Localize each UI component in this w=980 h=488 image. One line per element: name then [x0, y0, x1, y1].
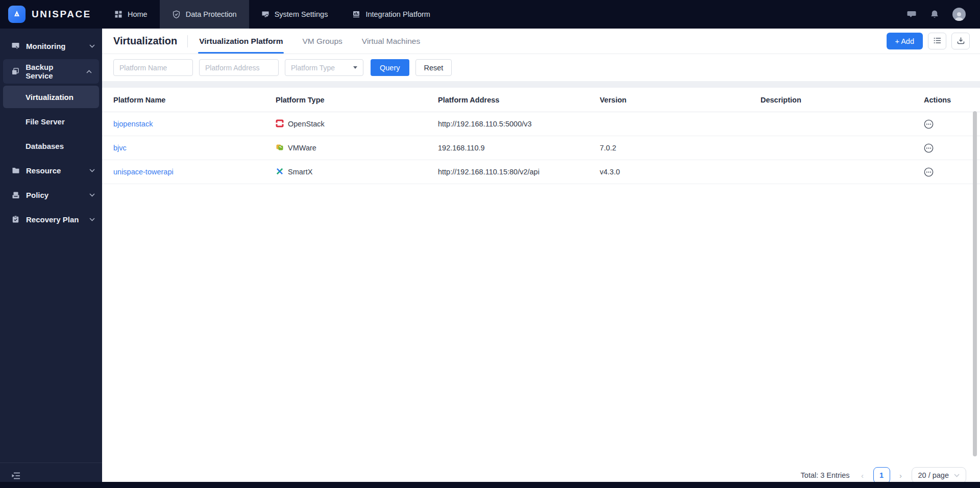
- platform-name-input[interactable]: [113, 59, 193, 76]
- reset-button[interactable]: Reset: [415, 59, 452, 76]
- topnav-item-label: System Settings: [275, 10, 328, 18]
- sidebar-item-recovery-plan[interactable]: Recovery Plan: [0, 208, 102, 230]
- bell-icon[interactable]: [930, 10, 939, 19]
- sidebar-item-databases[interactable]: Databases: [3, 135, 99, 157]
- sidebar-item-label: Backup Service: [26, 63, 80, 80]
- smartx-icon: [276, 167, 284, 177]
- top-navbar: UNISPACE Home Data Protection System Set…: [0, 0, 980, 29]
- main-content: Virtualization Virtualization Platform V…: [102, 29, 980, 488]
- topnav-item-home[interactable]: Home: [102, 0, 160, 29]
- sidebar-item-resource[interactable]: Resource: [0, 159, 102, 182]
- page-number-button[interactable]: 1: [873, 467, 890, 483]
- chevron-up-icon: [86, 70, 92, 73]
- brand-name: UNISPACE: [32, 9, 91, 20]
- folder-icon: [11, 167, 20, 174]
- download-button[interactable]: [951, 33, 970, 49]
- table-row: bjopenstack OpenStack http://192.168.110…: [102, 112, 980, 136]
- header-actions: + Add: [887, 33, 970, 49]
- table-row: unispace-towerapi SmartX http://192.168.…: [102, 160, 980, 184]
- col-platform-type: Platform Type: [276, 96, 438, 104]
- filter-bar: Platform Type Query Reset: [102, 54, 980, 81]
- integration-chart-icon: [352, 10, 360, 18]
- version-cell: 7.0.2: [600, 144, 761, 152]
- platform-name-link[interactable]: bjopenstack: [113, 120, 153, 128]
- shield-check-icon: [172, 10, 181, 19]
- tab-virtual-machines[interactable]: Virtual Machines: [361, 29, 421, 54]
- platform-address-input[interactable]: [199, 59, 279, 76]
- platform-type-placeholder: Platform Type: [291, 64, 335, 72]
- sidebar-item-virtualization[interactable]: Virtualization: [3, 86, 99, 108]
- platform-name-link[interactable]: bjvc: [113, 144, 127, 152]
- pagination: Total: 3 Entries ‹ 1 › 20 / page: [102, 467, 980, 483]
- platform-type-label: SmartX: [288, 168, 312, 176]
- row-actions-more-icon[interactable]: [924, 167, 934, 177]
- top-nav-items: Home Data Protection System Settings Int…: [102, 0, 443, 29]
- tab-vm-groups[interactable]: VM Groups: [301, 29, 343, 54]
- sidebar-item-label: Databases: [26, 142, 64, 150]
- page-size-select[interactable]: 20 / page: [912, 467, 966, 483]
- brand: UNISPACE: [0, 0, 102, 29]
- chevron-down-icon: [89, 193, 95, 197]
- tab-label: Virtualization Platform: [199, 37, 283, 46]
- vertical-scrollbar[interactable]: [973, 111, 977, 456]
- topnav-item-label: Data Protection: [186, 10, 237, 18]
- sidebar: Monitoring Backup Service Virtualiz: [0, 29, 102, 488]
- platform-type-select[interactable]: Platform Type: [285, 59, 363, 76]
- page-header: Virtualization Virtualization Platform V…: [102, 29, 980, 54]
- user-avatar[interactable]: [952, 8, 966, 21]
- next-page-icon[interactable]: ›: [897, 471, 904, 480]
- col-description: Description: [761, 96, 909, 104]
- add-button[interactable]: + Add: [887, 33, 923, 49]
- header-divider: [187, 35, 188, 47]
- topnav-item-system-settings[interactable]: System Settings: [249, 0, 340, 29]
- openstack-icon: [276, 119, 284, 129]
- chevron-down-icon: [89, 218, 95, 221]
- mountain-logo-icon: [8, 6, 26, 23]
- monitor-icon: [11, 42, 20, 50]
- query-button[interactable]: Query: [371, 59, 409, 76]
- app-window: UNISPACE Home Data Protection System Set…: [0, 0, 980, 488]
- col-version: Version: [600, 96, 761, 104]
- chevron-down-icon: [89, 44, 95, 48]
- download-icon: [957, 37, 965, 46]
- sidebar-group-backup-service: Backup Service: [3, 59, 99, 84]
- row-actions-more-icon[interactable]: [924, 119, 934, 129]
- tab-virtualization-platform[interactable]: Virtualization Platform: [198, 29, 284, 54]
- list-view-button[interactable]: [928, 33, 946, 49]
- sidebar-item-label: Policy: [26, 191, 48, 199]
- prev-page-icon[interactable]: ‹: [859, 471, 866, 480]
- dashboard-icon: [114, 10, 122, 18]
- collapse-sidebar-icon[interactable]: [11, 472, 21, 480]
- tab-bar: Virtualization Platform VM Groups Virtua…: [198, 29, 421, 54]
- platform-name-link[interactable]: unispace-towerapi: [113, 168, 174, 176]
- topnav-item-integration-platform[interactable]: Integration Platform: [340, 0, 443, 29]
- version-cell: v4.3.0: [600, 168, 761, 176]
- table-header-row: Platform Name Platform Type Platform Add…: [102, 88, 980, 112]
- platform-type-label: VMWare: [288, 144, 316, 152]
- sidebar-item-policy[interactable]: Policy: [0, 184, 102, 206]
- list-view-icon: [934, 37, 941, 45]
- sidebar-item-monitoring[interactable]: Monitoring: [0, 35, 102, 57]
- clipboard-check-icon: [11, 215, 20, 223]
- bottom-app-strip: [0, 482, 980, 488]
- sidebar-item-label: Recovery Plan: [26, 215, 79, 224]
- row-actions-more-icon[interactable]: [924, 143, 934, 153]
- chat-icon[interactable]: [906, 9, 917, 19]
- sidebar-item-file-server[interactable]: File Server: [3, 110, 99, 133]
- col-platform-address: Platform Address: [438, 96, 600, 104]
- platforms-table: Platform Name Platform Type Platform Add…: [102, 88, 980, 184]
- sidebar-item-label: File Server: [26, 117, 65, 126]
- topnav-item-label: Integration Platform: [365, 10, 430, 18]
- platform-type-label: OpenStack: [288, 120, 325, 128]
- topnav-item-data-protection[interactable]: Data Protection: [160, 0, 249, 29]
- sidebar-item-backup-service[interactable]: Backup Service: [3, 60, 99, 83]
- platform-address-cell: 192.168.110.9: [438, 144, 600, 152]
- chevron-down-icon: [954, 474, 960, 477]
- chevron-down-icon: [89, 169, 95, 172]
- system-settings-icon: [261, 10, 270, 18]
- col-platform-name: Platform Name: [113, 96, 276, 104]
- vmware-icon: [276, 143, 284, 153]
- topbar-right: [906, 0, 980, 29]
- table-row: bjvc VMWare 192.168.110.9 7.0.2: [102, 136, 980, 160]
- policy-device-icon: [11, 191, 20, 199]
